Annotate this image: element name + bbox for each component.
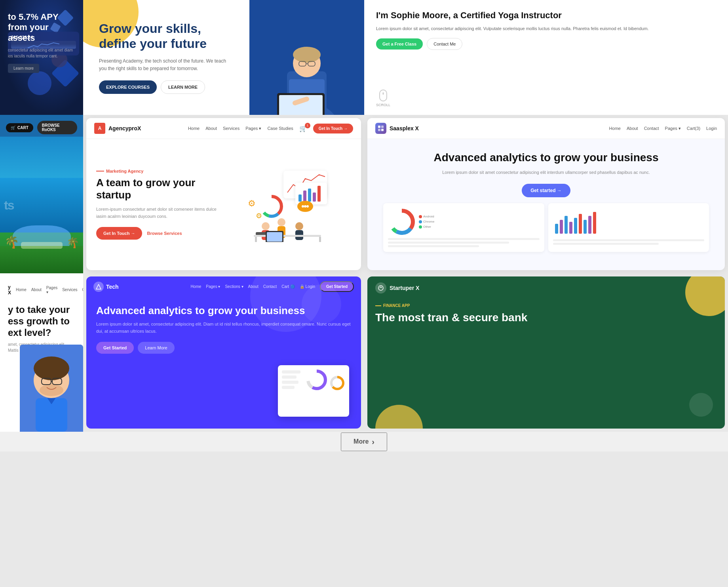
svg-rect-15: [298, 194, 302, 202]
hotel-palm-1: 🌴: [4, 235, 19, 249]
saas-logo: Saasplex X: [375, 123, 419, 134]
startuper-logo-icon: [375, 282, 386, 294]
more-arrow-icon: ›: [372, 437, 374, 446]
saas-donut-rows: [388, 238, 540, 247]
hotel-palm-2: 🌴: [67, 236, 79, 249]
saas-nav-pages[interactable]: Pages ▾: [665, 126, 681, 131]
agency-nav-cases[interactable]: Case Studies: [267, 126, 293, 131]
svg-rect-46: [381, 129, 384, 131]
saas-donut-wrapper: Android Chrome Other: [388, 208, 540, 236]
saas-row-1: [388, 238, 540, 240]
saas-nav-home[interactable]: Home: [609, 126, 621, 131]
academy-learn-button[interactable]: LEARN MORE: [161, 80, 205, 94]
svg-text:⚙: ⚙: [248, 198, 256, 208]
more-section: More ›: [0, 432, 728, 452]
svg-point-71: [312, 375, 321, 385]
laptop-person-bg: [249, 0, 364, 115]
yoga-headline: I'm Sophie Moore, a Certified Yoga Instr…: [376, 10, 716, 21]
tech-body-text: Lorem ipsum dolor sit amet, consectetur …: [96, 321, 351, 335]
agency2-nav-about[interactable]: About: [31, 288, 42, 292]
agency-nav: Home About Services Pages ▾ Case Studies…: [188, 124, 353, 133]
tech-cta2-button[interactable]: Learn More: [138, 342, 174, 354]
svg-rect-17: [308, 189, 311, 202]
yoga-card: I'm Sophie Moore, a Certified Yoga Instr…: [364, 0, 728, 115]
tech-nav-pages[interactable]: Pages ▾: [206, 284, 220, 289]
agency-nav-pages[interactable]: Pages ▾: [245, 126, 261, 131]
agency-cart-wrapper: 🛒 1: [299, 125, 307, 132]
hotel-text-overlay: ts: [4, 198, 13, 212]
saas-nav-contact[interactable]: Contact: [644, 126, 659, 131]
agency2-cart-info: Cart(3): [82, 288, 83, 292]
hotel-nav: 🛒 CART BROWSE RoOKS: [6, 121, 77, 134]
startuper-logo-text: Startuper X: [390, 285, 419, 291]
agency-cart-badge: 1: [305, 123, 310, 128]
hotel-ground: [0, 246, 83, 273]
startuper-headline: The most tran & secure bank: [375, 311, 717, 324]
browse-rooms-badge[interactable]: BROWSE RoOKS: [37, 121, 77, 134]
cart-badge[interactable]: 🛒 CART: [6, 123, 33, 132]
svg-point-23: [306, 205, 309, 208]
academy-headline: Grow your skills, define your future: [99, 21, 234, 51]
crypto-headline: to 5.7% APY from your assets: [8, 12, 75, 43]
scroll-icon: [379, 90, 387, 101]
agency-browse-button[interactable]: Browse Services: [147, 227, 182, 240]
agency-team-svg: ⚙ ⚙: [244, 167, 331, 242]
agency2-card: y X Home About Pages ▾ Services Cart(3) …: [0, 273, 83, 432]
laptop-person-svg: [249, 0, 364, 115]
crypto-learn-button[interactable]: Learn more: [8, 64, 39, 73]
saas-logo-icon: [375, 123, 386, 134]
saas-nav-login[interactable]: Login: [706, 126, 717, 131]
tech-cta1-button[interactable]: Get Started: [96, 342, 134, 354]
agency-cta-button[interactable]: Get In Touch →: [96, 227, 142, 240]
agency2-nav-pages[interactable]: Pages ▾: [46, 286, 57, 294]
saas-nav-cart[interactable]: Cart(3): [687, 126, 700, 131]
svg-rect-10: [279, 95, 323, 115]
svg-rect-39: [319, 237, 321, 242]
academy-explore-button[interactable]: EXPLORE COURSES: [99, 80, 157, 94]
agency-header: A AgencyproX Home About Services Pages ▾…: [86, 118, 361, 139]
laptop-card: [249, 0, 364, 115]
agency-logo: A AgencyproX: [94, 123, 141, 134]
agency-nav-services[interactable]: Services: [223, 126, 239, 131]
tech-mockup-rows: [282, 370, 303, 391]
svg-point-4: [293, 47, 321, 63]
tech-donut-1: [306, 369, 328, 391]
tech-mockup-donuts: [306, 369, 345, 393]
tech-buttons: Get Started Learn More: [96, 342, 351, 354]
svg-point-50: [395, 215, 408, 228]
svg-text:⚙: ⚙: [256, 212, 262, 220]
agency-header-cta[interactable]: Get In Touch →: [313, 124, 353, 133]
svg-point-62: [34, 356, 69, 380]
svg-rect-59: [593, 212, 596, 234]
saas-bar-chart: [553, 208, 601, 236]
svg-point-63: [40, 384, 63, 396]
saas-donut-legend: Android Chrome Other: [419, 214, 434, 229]
saas-nav-about[interactable]: About: [627, 126, 638, 131]
svg-rect-51: [555, 224, 558, 234]
tech-nav-sections[interactable]: Sections ▾: [225, 284, 243, 289]
saas-cta-button[interactable]: Get started →: [522, 184, 570, 197]
svg-rect-58: [588, 216, 591, 234]
free-class-button[interactable]: Get a Free Class: [376, 38, 423, 50]
agency-nav-about[interactable]: About: [205, 126, 217, 131]
startuper-body: FINANCE APP The most tran & secure bank: [367, 299, 725, 332]
more-button[interactable]: More ›: [341, 433, 387, 451]
agency2-person: [20, 345, 83, 432]
agency-logo-name: AgencyproX: [108, 125, 141, 132]
agency-text: Marketing Agency A team to grow your sta…: [96, 169, 224, 240]
tech-mockup-screen: [278, 365, 349, 417]
agency-body: Marketing Agency A team to grow your sta…: [86, 139, 361, 269]
agency2-nav-services[interactable]: Services: [62, 288, 77, 292]
svg-point-22: [304, 205, 306, 208]
svg-rect-45: [378, 129, 380, 131]
contact-button[interactable]: Contact Me: [427, 38, 462, 50]
saas-body-text: Lorem ipsum dolor sit amet consectetur a…: [379, 169, 713, 176]
saas-headline: Advanced analytics to grow your business: [379, 151, 713, 164]
crypto-card: to 5.7% APY from your assets consectetur…: [0, 0, 83, 115]
agency-body-text: Lorem-ipsum consectetur amet dolor sit c…: [96, 206, 224, 220]
tech-nav-home[interactable]: Home: [191, 284, 201, 289]
agency2-nav-home[interactable]: Home: [16, 288, 27, 292]
agency-nav-home[interactable]: Home: [188, 126, 200, 131]
agency-logo-icon: A: [94, 123, 105, 134]
svg-rect-54: [569, 222, 572, 234]
